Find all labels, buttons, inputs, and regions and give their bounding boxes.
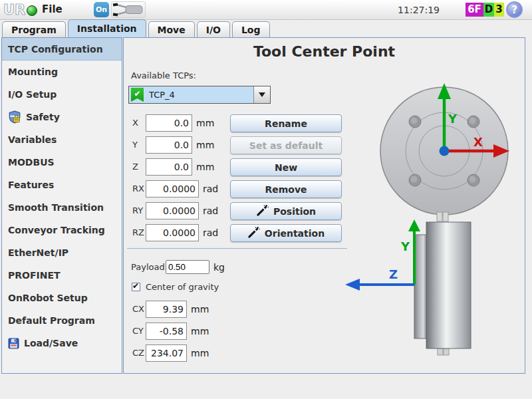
sidebar-item-label: TCP Configuration [8,44,103,55]
cx-unit: mm [191,304,209,315]
side-y-axis-label: Y [400,239,410,253]
sidebar-item-label: Mounting [8,66,58,77]
pose-z-unit: mm [196,162,214,172]
payload-label: Payload: [131,262,166,272]
tab-log[interactable]: Log [232,21,270,37]
sidebar-item-label: OnRobot Setup [8,293,88,303]
cz-input[interactable] [146,344,187,362]
tool-flange-plate [414,235,426,338]
cog-row-cy: CY mm [132,322,209,340]
rename-button[interactable]: Rename [230,114,342,132]
pose-y-unit: mm [196,140,214,150]
status-badge-3: 3 [494,3,504,17]
cy-label: CY [132,326,146,336]
flange-front-view-diagram: Y X [372,78,516,224]
tcp-dropdown-arrow-button[interactable] [253,86,270,103]
orientation-wizard-button[interactable]: Orientation [230,224,342,242]
help-icon[interactable]: ? [506,1,523,18]
center-of-gravity-label: Center of gravity [146,282,219,292]
payload-input[interactable] [166,260,209,274]
sidebar-item-label: I/O Setup [8,89,57,100]
sidebar-item-onrobot-setup[interactable]: OnRobot Setup [2,287,122,309]
clock: 11:27:19 [388,5,440,15]
tab-move[interactable]: Move [148,21,195,37]
sidebar-item-label: EtherNet/IP [8,247,68,258]
sidebar-item-label: Load/Save [24,338,78,348]
gripper-icon[interactable] [111,1,146,18]
cog-row-cx: CX mm [132,300,209,318]
pose-rz-unit: rad [203,227,218,238]
polyscope-screen: { "topbar": { "logo_text": "UR", "file_m… [0,0,532,399]
pose-row-rx: RX rad [132,180,218,198]
cy-input[interactable] [146,323,187,340]
position-button-label: Position [273,206,316,217]
sidebar-item-default-program[interactable]: Default Program [2,309,122,332]
chevron-down-icon [259,92,265,97]
sidebar-item-load-save[interactable]: Load/Save [2,332,122,354]
pose-x-input[interactable] [146,114,192,132]
pose-row-rz: RZ rad [132,223,218,241]
onrobot-icon[interactable]: On [94,2,109,17]
file-menu[interactable]: File [42,3,63,15]
payload-unit: kg [213,262,225,273]
new-button-label: New [275,162,297,173]
robot-status-icon [27,5,37,16]
position-wizard-button[interactable]: Position [230,202,342,220]
sidebar-item-label: Variables [8,134,57,145]
floppy-disk-icon [8,338,19,349]
set-as-default-button[interactable]: Set as default [230,136,342,154]
front-y-axis-label: Y [448,112,458,126]
cx-input[interactable] [146,301,187,318]
page-title: Tool Center Point [124,43,525,60]
pose-ry-input[interactable] [146,202,199,219]
new-button[interactable]: New [230,158,342,176]
sidebar-item-conveyor-tracking[interactable]: Conveyor Tracking [2,219,122,241]
status-badge-d: D [483,3,494,17]
pose-z-label: Z [132,162,146,172]
pose-ry-label: RY [132,205,146,215]
sidebar-item-ethernet-ip[interactable]: EtherNet/IP [2,241,122,264]
sidebar-item-variables[interactable]: Variables [2,128,122,151]
pose-rx-input[interactable] [146,180,199,198]
tool-flange-body [426,222,471,348]
pose-x-unit: mm [196,118,214,128]
center-of-gravity-checkbox[interactable] [132,283,140,291]
connector-stud [437,212,442,221]
sidebar-item-profinet[interactable]: PROFINET [2,264,122,287]
sidebar-item-io-setup[interactable]: I/O Setup [2,83,122,106]
sidebar-item-modbus[interactable]: MODBUS [2,151,122,174]
remove-button[interactable]: Remove [230,180,342,198]
status-badge-6f: 6F [466,3,483,17]
sidebar-item-label: Safety [26,112,60,122]
sidebar-item-smooth-transition[interactable]: Smooth Transition [2,196,122,219]
sidebar-item-features[interactable]: Features [2,174,122,196]
front-x-axis-label: X [473,135,483,149]
sidebar-item-safety[interactable]: Safety [2,106,122,128]
pose-x-label: X [132,118,146,128]
tab-io[interactable]: I/O [197,21,230,37]
pose-rz-label: RZ [132,227,146,237]
pose-z-input[interactable] [146,158,192,176]
flange-side-view-diagram: Y Z [333,211,493,362]
tab-program[interactable]: Program [2,21,66,37]
pose-y-input[interactable] [146,136,192,154]
ur-logo-text: UR [3,2,25,18]
pose-rz-input[interactable] [146,224,199,241]
cog-row-cz: CZ mm [132,344,209,362]
sidebar-item-label: Smooth Transition [8,202,104,213]
sidebar-item-mounting[interactable]: Mounting [2,61,122,83]
installation-sidebar: TCP Configuration Mounting I/O Setup Saf… [1,37,122,374]
cz-label: CZ [132,348,146,358]
cz-unit: mm [191,348,209,358]
sidebar-item-tcp-configuration[interactable]: TCP Configuration [2,38,122,61]
sidebar-item-label: Features [8,180,54,190]
tab-installation[interactable]: Installation [68,19,146,37]
cy-unit: mm [191,326,209,336]
payload-row: Payload: kg [131,258,225,276]
sidebar-item-label: MODBUS [8,157,55,168]
tcp-dropdown[interactable]: ✔ TCP_4 [128,86,271,104]
pose-y-label: Y [132,140,146,150]
pose-row-z: Z mm [132,158,214,176]
shield-lock-icon [8,110,21,124]
main-tab-bar: Program Installation Move I/O Log [0,19,532,37]
